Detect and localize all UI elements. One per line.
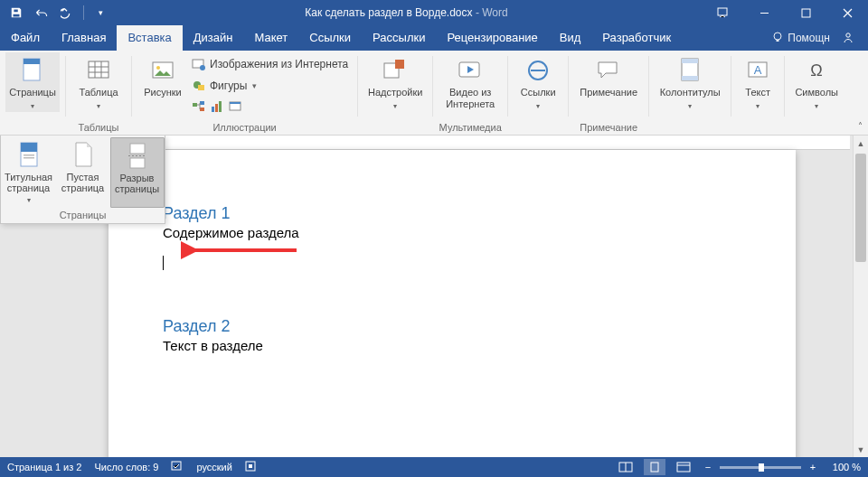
zoom-out-button[interactable]: − [702, 462, 714, 472]
save-icon[interactable] [5, 2, 27, 23]
scroll-down-icon[interactable]: ▼ [854, 442, 868, 457]
page-icon [18, 56, 47, 85]
blank-page-icon [69, 141, 98, 170]
status-word-count[interactable]: Число слов: 9 [94, 462, 158, 472]
scroll-thumb[interactable] [855, 154, 866, 262]
close-button[interactable] [826, 0, 868, 25]
addins-icon [381, 56, 410, 85]
cover-page-icon [14, 141, 43, 170]
picture-icon [148, 56, 177, 85]
chevron-down-icon: ▾ [815, 100, 818, 112]
svg-rect-45 [651, 463, 658, 472]
zoom-in-button[interactable]: + [807, 462, 819, 472]
pages-label: Страницы [9, 87, 56, 98]
textbox-icon: A [743, 56, 772, 85]
status-page[interactable]: Страница 1 из 2 [7, 462, 81, 472]
tab-design[interactable]: Дизайн [183, 25, 244, 51]
view-print-layout[interactable] [644, 459, 665, 475]
tab-review[interactable]: Рецензирование [436, 25, 548, 51]
online-video-button[interactable]: Видео из Интернета [439, 52, 502, 110]
cover-page-button[interactable]: Титульная страница ▾ [2, 137, 56, 208]
status-bar: Страница 1 из 2 Число слов: 9 русский − … [0, 457, 868, 477]
ribbon-options-icon[interactable] [702, 0, 743, 25]
view-read-mode[interactable] [615, 459, 637, 475]
group-label-media: Мультимедиа [439, 121, 502, 136]
symbols-button[interactable]: Ω Символы ▾ [790, 52, 843, 112]
svg-rect-42 [249, 464, 252, 468]
page-break-icon [123, 142, 152, 171]
link-icon [524, 56, 552, 85]
shapes-button[interactable]: Фигуры ▾ [188, 76, 352, 96]
chevron-down-icon: ▾ [688, 100, 692, 112]
links-button[interactable]: Ссылки ▾ [514, 52, 562, 112]
group-comments: Примечание Примечание [569, 51, 648, 136]
horizontal-ruler[interactable] [108, 136, 850, 150]
shapes-label: Фигуры [210, 80, 247, 92]
group-symbols: Ω Символы ▾ . [785, 51, 848, 136]
screenshot-icon[interactable] [228, 99, 242, 117]
window-title: Как сделать раздел в Ворде.docx - Word [111, 6, 702, 19]
group-header-footer: Колонтитулы ▾ . [649, 51, 731, 136]
status-language[interactable]: русский [196, 462, 231, 472]
tab-developer[interactable]: Разработчик [591, 25, 682, 51]
text-cursor [163, 256, 164, 270]
tab-references[interactable]: Ссылки [298, 25, 362, 51]
chevron-down-icon: ▾ [536, 100, 540, 112]
tab-mailings[interactable]: Рассылки [362, 25, 436, 51]
tab-home[interactable]: Главная [51, 25, 117, 51]
zoom-slider[interactable] [720, 466, 801, 469]
view-web-layout[interactable] [673, 459, 694, 475]
online-video-label: Видео из Интернета [439, 87, 502, 110]
share-icon[interactable] [839, 29, 857, 47]
header-footer-button[interactable]: Колонтитулы ▾ [655, 52, 725, 112]
svg-rect-24 [395, 60, 404, 69]
document-page[interactable]: Раздел 1 Содержимое раздела Раздел 2 Тек… [108, 150, 796, 457]
collapse-ribbon-icon[interactable]: ˄ [858, 121, 863, 131]
pages-dropdown: Титульная страница ▾ Пустая страница Раз… [0, 136, 165, 224]
online-pictures-label: Изображения из Интернета [210, 58, 348, 70]
minimize-button[interactable] [743, 0, 785, 25]
heading-2: Раздел 2 [163, 317, 741, 336]
video-icon [456, 56, 485, 85]
document-area: Титульная страница ▾ Пустая страница Раз… [0, 136, 868, 457]
pictures-button[interactable]: Рисунки [137, 52, 188, 98]
redo-icon[interactable] [56, 2, 78, 23]
page-break-button[interactable]: Разрыв страницы [110, 137, 165, 208]
chevron-down-icon: ▾ [393, 100, 397, 112]
shapes-icon [192, 79, 206, 93]
scroll-up-icon[interactable]: ▲ [854, 136, 868, 151]
zoom-value[interactable]: 100 % [825, 462, 861, 472]
tab-file[interactable]: Файл [0, 25, 51, 51]
blank-page-button[interactable]: Пустая страница [56, 137, 110, 208]
tell-me[interactable]: Помощн [771, 31, 830, 46]
group-text: A Текст ▾ . [731, 51, 784, 136]
table-button[interactable]: Таблица ▾ [71, 52, 126, 112]
online-pictures-button[interactable]: Изображения из Интернета [188, 54, 352, 74]
svg-rect-36 [24, 157, 34, 159]
tab-view[interactable]: Вид [549, 25, 592, 51]
text-button[interactable]: A Текст ▾ [737, 52, 778, 112]
table-label: Таблица [79, 87, 118, 98]
status-spellcheck[interactable] [171, 461, 184, 473]
pages-button[interactable]: Страницы ▾ [5, 52, 60, 112]
tab-insert[interactable]: Вставка [117, 25, 182, 51]
document-name: Как сделать раздел в Ворде.docx [305, 6, 472, 19]
heading-1: Раздел 1 [163, 204, 741, 223]
addins-button[interactable]: Надстройки ▾ [363, 52, 427, 112]
pictures-label: Рисунки [144, 87, 182, 98]
status-macro[interactable] [245, 461, 256, 473]
maximize-button[interactable] [785, 0, 826, 25]
blank-page-label: Пустая страница [56, 172, 110, 193]
header-footer-icon [675, 56, 704, 85]
comment-button[interactable]: Примечание [574, 52, 643, 98]
group-addins: Надстройки ▾ . [358, 51, 432, 136]
tab-layout[interactable]: Макет [243, 25, 298, 51]
svg-rect-0 [718, 8, 727, 15]
vertical-scrollbar[interactable]: ▲ ▼ [853, 136, 868, 457]
qat-customize-icon[interactable]: ▾ [90, 2, 111, 23]
smartart-icon[interactable] [192, 99, 206, 117]
undo-icon[interactable] [31, 2, 52, 23]
svg-rect-22 [230, 102, 241, 104]
chart-icon[interactable] [210, 99, 224, 117]
svg-rect-29 [682, 76, 698, 80]
